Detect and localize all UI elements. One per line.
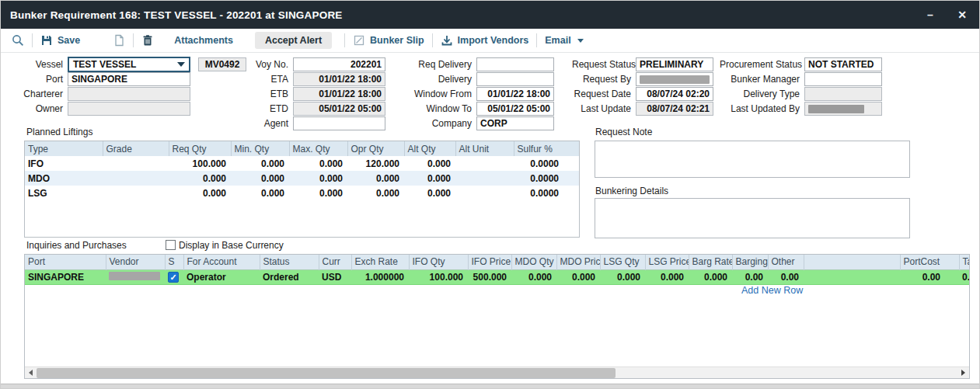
cell-alt-qty[interactable]: 0.000 [404, 156, 455, 171]
cell-min-qty[interactable]: 0.000 [231, 186, 289, 200]
new-document-button[interactable] [113, 34, 125, 47]
attachments-button[interactable]: Attachments [174, 35, 233, 46]
eta-label: ETA [234, 74, 293, 85]
owner-field [68, 102, 190, 116]
request-note-input[interactable] [595, 141, 910, 178]
cell-opr-qty[interactable]: 0.000 [347, 186, 404, 200]
column-header: MDO Qty [511, 255, 556, 269]
search-button[interactable] [12, 34, 24, 47]
cell-opr-qty[interactable]: 0.000 [347, 171, 404, 186]
cell-alt-unit[interactable] [455, 171, 514, 186]
cell-type[interactable]: LSG [25, 186, 103, 200]
req-delivery-field[interactable] [476, 57, 554, 71]
cell-exch-rate[interactable]: 1.000000 [351, 269, 409, 284]
display-base-currency-checkbox[interactable] [166, 240, 176, 250]
req-delivery-label: Req Delivery [409, 59, 476, 70]
cell-type[interactable]: MDO [25, 171, 103, 186]
scroll-left-arrow-icon[interactable] [25, 367, 37, 379]
import-vendors-button[interactable]: Import Vendors [441, 34, 529, 47]
minimize-icon[interactable]: – [919, 1, 942, 29]
import-vendors-icon [441, 34, 453, 47]
cell-max-qty[interactable]: 0.000 [289, 186, 347, 200]
voy-no-label: Voy No. [234, 59, 293, 70]
voy-no-field[interactable]: 202201 [293, 57, 385, 71]
cell-req-qty[interactable]: 0.000 [169, 186, 231, 200]
bunkering-details-input[interactable] [595, 198, 910, 238]
window-bottom-edge [1, 384, 980, 389]
close-icon[interactable]: ✕ [950, 1, 974, 29]
cell-spacer[interactable] [804, 269, 900, 284]
cell-other[interactable]: 0.00 [768, 269, 804, 284]
horizontal-scrollbar[interactable] [25, 366, 969, 378]
cell-mdo-qty[interactable]: 0.000 [511, 269, 556, 284]
company-field[interactable]: CORP [476, 116, 554, 130]
table-row[interactable]: SINGAPORE Operator Ordered USD 1.000000 … [25, 269, 970, 284]
bunker-manager-field[interactable] [804, 72, 882, 86]
cell-min-qty[interactable]: 0.000 [231, 171, 289, 186]
cell-ifo-qty[interactable]: 100.000 [409, 269, 468, 284]
cell-mdo-price[interactable]: 0.000 [556, 269, 600, 284]
cell-tax[interactable]: 0.00 [959, 269, 970, 284]
cell-req-qty[interactable]: 0.000 [169, 171, 231, 186]
request-by-label: Request By [572, 74, 636, 85]
delivery-field[interactable] [476, 72, 554, 86]
cell-barg-rate[interactable]: 0.000 [689, 269, 732, 284]
cell-portcost[interactable]: 0.00 [900, 269, 959, 284]
selected-checkbox[interactable] [168, 272, 179, 283]
port-field[interactable]: SINGAPORE [68, 72, 190, 86]
cell-sulfur[interactable]: 0.0000 [514, 171, 579, 186]
cell-sulfur[interactable]: 0.0000 [514, 186, 579, 200]
vessel-dropdown[interactable]: TEST VESSEL [68, 57, 190, 72]
accept-alert-button[interactable]: Accept Alert [255, 32, 332, 49]
cell-selected[interactable] [165, 269, 183, 284]
cell-sulfur[interactable]: 0.0000 [514, 156, 579, 171]
window-from-label: Window From [409, 89, 476, 99]
cell-grade[interactable] [103, 171, 169, 186]
table-row[interactable]: LSG 0.000 0.000 0.000 0.000 0.000 0.0000 [25, 186, 579, 200]
bunker-slip-button[interactable]: Bunker Slip [353, 34, 424, 47]
cell-grade[interactable] [103, 186, 169, 200]
trash-icon [141, 34, 154, 47]
delete-button[interactable] [141, 34, 154, 47]
agent-field[interactable] [293, 116, 385, 130]
cell-for-account[interactable]: Operator [183, 269, 260, 284]
add-new-row-link[interactable]: Add New Row [741, 285, 803, 296]
table-row[interactable]: MDO 0.000 0.000 0.000 0.000 0.000 0.0000 [25, 171, 579, 186]
column-header: Alt Qty [404, 141, 455, 156]
cell-type[interactable]: IFO [25, 156, 103, 171]
cell-lsg-price[interactable]: 0.000 [645, 269, 689, 284]
cell-grade[interactable] [103, 156, 169, 171]
cell-vendor[interactable] [106, 269, 165, 284]
window-from-field[interactable]: 01/01/22 18:00 [476, 87, 554, 101]
save-button[interactable]: Save [40, 34, 80, 47]
cell-status[interactable]: Ordered [260, 269, 319, 284]
eta-field: 01/01/22 18:00 [293, 72, 385, 86]
cell-lsg-qty[interactable]: 0.000 [600, 269, 645, 284]
toolbar-separator [32, 33, 33, 47]
cell-alt-qty[interactable]: 0.000 [404, 186, 455, 200]
cell-alt-unit[interactable] [455, 156, 514, 171]
save-label: Save [58, 35, 80, 46]
column-header: Req Qty [169, 141, 231, 156]
procurement-status-label: Procurement Status [720, 59, 804, 70]
cell-min-qty[interactable]: 0.000 [231, 156, 289, 171]
cell-alt-qty[interactable]: 0.000 [404, 171, 455, 186]
cell-ifo-price[interactable]: 500.000 [468, 269, 511, 284]
cell-port[interactable]: SINGAPORE [25, 269, 106, 284]
email-menu-button[interactable]: Email [545, 35, 583, 46]
scrollbar-thumb[interactable] [37, 368, 616, 378]
cell-curr[interactable]: USD [319, 269, 351, 284]
column-header: S [165, 255, 183, 269]
window-to-field[interactable]: 05/01/22 05:00 [476, 102, 554, 116]
vessel-label: Vessel [9, 59, 68, 70]
scroll-right-arrow-icon[interactable] [957, 367, 969, 379]
cell-req-qty[interactable]: 100.000 [169, 156, 231, 171]
cell-alt-unit[interactable] [455, 186, 514, 200]
cell-max-qty[interactable]: 0.000 [289, 156, 347, 171]
column-header: Tax % [959, 255, 970, 269]
delivery-label: Delivery [409, 74, 476, 85]
table-row[interactable]: IFO 100.000 0.000 0.000 120.000 0.000 0.… [25, 156, 579, 171]
cell-barging[interactable]: 0.00 [732, 269, 768, 284]
cell-max-qty[interactable]: 0.000 [289, 171, 347, 186]
cell-opr-qty[interactable]: 120.000 [347, 156, 404, 171]
